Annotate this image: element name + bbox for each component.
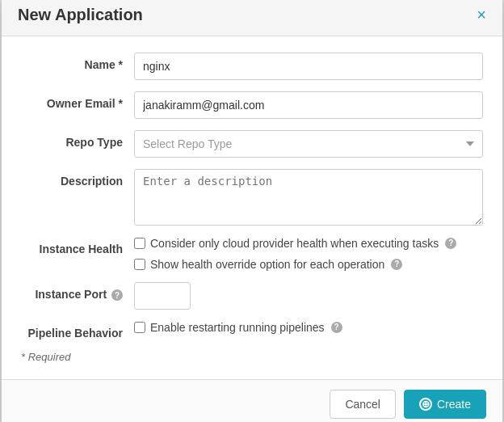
health-override-checkbox[interactable]: [134, 259, 145, 270]
instance-port-help-icon: ?: [111, 289, 123, 301]
cancel-button[interactable]: Cancel: [330, 390, 396, 419]
dialog-body: Name * Owner Email * Repo Type Select Re…: [2, 36, 502, 379]
instance-port-label: Instance Port ?: [21, 282, 134, 302]
email-row: Owner Email *: [21, 91, 483, 119]
required-note: * Required: [21, 351, 483, 363]
health-override-row: Show health override option for each ope…: [134, 258, 483, 271]
email-input[interactable]: [134, 91, 483, 119]
cloud-health-help-icon: ?: [445, 238, 456, 249]
name-label: Name *: [21, 53, 134, 71]
repo-select[interactable]: Select Repo Type: [134, 130, 483, 158]
description-input[interactable]: [134, 169, 483, 226]
instance-port-row: Instance Port ?: [21, 282, 483, 310]
email-label: Owner Email *: [21, 91, 134, 110]
instance-health-label: Instance Health: [21, 237, 134, 255]
pipeline-enable-text: Enable restarting running pipelines: [150, 321, 325, 334]
create-label: Create: [437, 398, 471, 411]
cloud-health-checkbox[interactable]: [134, 238, 145, 249]
cloud-health-text: Consider only cloud provider health when…: [150, 237, 439, 250]
pipeline-checkbox[interactable]: [134, 322, 145, 333]
name-row: Name *: [21, 53, 483, 80]
create-icon: ⊕: [419, 398, 432, 411]
health-override-help-icon: ?: [391, 259, 402, 270]
repo-row: Repo Type Select Repo Type: [21, 130, 483, 158]
instance-port-input[interactable]: [134, 282, 191, 310]
instance-health-row: Instance Health Consider only cloud prov…: [21, 237, 483, 271]
name-input[interactable]: [134, 53, 483, 80]
repo-label: Repo Type: [21, 130, 134, 149]
description-row: Description: [21, 169, 483, 226]
health-checkbox-group: Consider only cloud provider health when…: [134, 237, 483, 271]
pipeline-row: Pipeline Behavior Enable restarting runn…: [21, 321, 483, 340]
dialog-footer: Cancel ⊕ Create: [2, 379, 502, 423]
new-application-dialog: New Application × Name * Owner Email * R…: [2, 0, 502, 422]
health-override-text: Show health override option for each ope…: [150, 258, 384, 271]
pipeline-label: Pipeline Behavior: [21, 321, 134, 340]
pipeline-checkbox-row: Enable restarting running pipelines ?: [134, 321, 342, 334]
close-button[interactable]: ×: [477, 6, 486, 23]
cloud-health-row: Consider only cloud provider health when…: [134, 237, 483, 250]
pipeline-help-icon: ?: [331, 322, 342, 333]
description-label: Description: [21, 169, 134, 188]
dialog-title: New Application: [18, 6, 143, 24]
create-button[interactable]: ⊕ Create: [404, 390, 486, 419]
dialog-header: New Application ×: [2, 0, 502, 36]
